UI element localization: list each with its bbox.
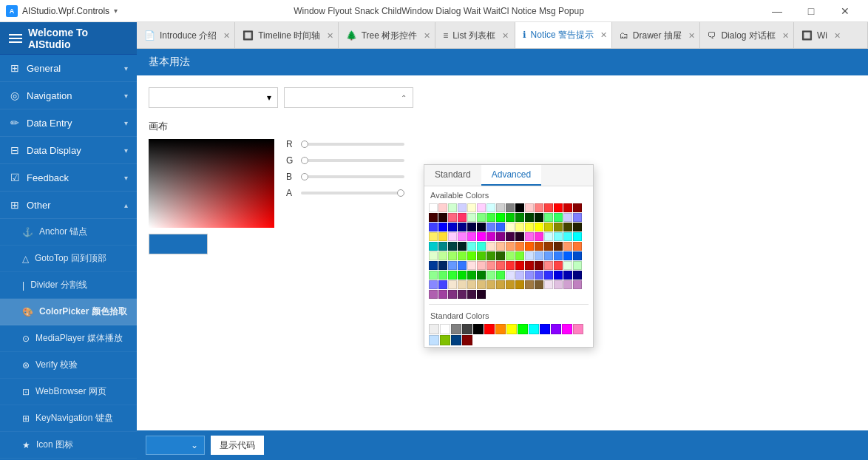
color-canvas[interactable] bbox=[149, 139, 274, 228]
tab-close-dialog[interactable]: ✕ bbox=[780, 30, 791, 41]
tab-close-list[interactable]: ✕ bbox=[500, 30, 511, 41]
standard-color-swatch[interactable] bbox=[462, 324, 472, 334]
color-swatch[interactable] bbox=[467, 280, 476, 289]
color-swatch[interactable] bbox=[535, 203, 543, 212]
color-swatch[interactable] bbox=[535, 223, 543, 231]
color-swatch[interactable] bbox=[496, 223, 505, 231]
color-swatch[interactable] bbox=[438, 232, 447, 241]
color-swatch[interactable] bbox=[554, 213, 563, 222]
color-swatch[interactable] bbox=[438, 280, 447, 289]
color-swatch[interactable] bbox=[506, 232, 515, 241]
tab-notice[interactable]: ℹ Notice 警告提示 ✕ bbox=[515, 22, 612, 49]
sidebar-item-feedback[interactable]: ☑ Feedback ▾ bbox=[0, 164, 137, 192]
color-swatch[interactable] bbox=[515, 223, 524, 231]
color-swatch[interactable] bbox=[563, 203, 572, 212]
standard-color-swatch[interactable] bbox=[562, 324, 572, 334]
color-swatch[interactable] bbox=[554, 251, 563, 260]
sidebar-subitem-icon[interactable]: ★ Icon 图标 bbox=[0, 432, 137, 459]
color-swatch[interactable] bbox=[438, 203, 447, 212]
sidebar-subitem-mediaplayer[interactable]: ⊙ MediaPlayer 媒体播放 bbox=[0, 325, 137, 352]
standard-color-swatch[interactable] bbox=[540, 324, 550, 334]
color-swatch[interactable] bbox=[544, 213, 553, 222]
color-swatch[interactable] bbox=[429, 213, 438, 222]
color-swatch[interactable] bbox=[525, 223, 534, 231]
color-swatch[interactable] bbox=[506, 242, 515, 251]
sidebar-item-data-entry[interactable]: ✏ Data Entry ▾ bbox=[0, 109, 137, 137]
tab-close-introduce[interactable]: ✕ bbox=[221, 30, 232, 41]
color-swatch[interactable] bbox=[458, 232, 467, 241]
color-swatch[interactable] bbox=[448, 203, 457, 212]
standard-color-swatch[interactable] bbox=[440, 324, 450, 334]
color-swatch[interactable] bbox=[563, 223, 572, 231]
sidebar-subitem-gototop[interactable]: △ GotoTop 回到顶部 bbox=[0, 246, 137, 272]
color-swatch[interactable] bbox=[467, 242, 476, 251]
tab-close-wi[interactable]: ✕ bbox=[832, 30, 843, 41]
color-swatch[interactable] bbox=[438, 261, 447, 270]
color-swatch[interactable] bbox=[544, 223, 553, 231]
channel-a-slider[interactable] bbox=[301, 192, 404, 195]
color-swatch[interactable] bbox=[486, 280, 495, 289]
color-swatch[interactable] bbox=[515, 280, 524, 289]
color-swatch[interactable] bbox=[429, 280, 438, 289]
color-swatch[interactable] bbox=[535, 242, 543, 251]
color-swatch[interactable] bbox=[573, 271, 582, 280]
color-swatch[interactable] bbox=[544, 271, 553, 280]
maximize-button[interactable]: □ bbox=[794, 0, 828, 22]
color-swatch[interactable] bbox=[573, 242, 582, 251]
color-swatch[interactable] bbox=[535, 213, 543, 222]
color-swatch[interactable] bbox=[477, 203, 486, 212]
color-swatch[interactable] bbox=[486, 203, 495, 212]
color-swatch[interactable] bbox=[448, 290, 457, 299]
color-swatch[interactable] bbox=[563, 242, 572, 251]
color-swatch[interactable] bbox=[515, 232, 524, 241]
color-swatch[interactable] bbox=[448, 223, 457, 231]
sidebar-item-general[interactable]: ⊞ General ▾ bbox=[0, 55, 137, 82]
color-swatch[interactable] bbox=[477, 242, 486, 251]
color-swatch[interactable] bbox=[467, 203, 476, 212]
color-swatch[interactable] bbox=[448, 271, 457, 280]
color-swatch[interactable] bbox=[573, 232, 582, 241]
standard-color-swatch[interactable] bbox=[573, 324, 583, 334]
color-swatch[interactable] bbox=[544, 261, 553, 270]
color-swatch[interactable] bbox=[496, 242, 505, 251]
standard-color-swatch[interactable] bbox=[429, 324, 439, 334]
sidebar-item-data-display[interactable]: ⊟ Data Display ▾ bbox=[0, 137, 137, 164]
color-dropdown[interactable]: ⌃ bbox=[284, 87, 413, 108]
color-swatch[interactable] bbox=[573, 223, 582, 231]
tab-advanced[interactable]: Advanced bbox=[481, 165, 541, 186]
color-swatch[interactable] bbox=[448, 232, 457, 241]
tab-close-timeline[interactable]: ✕ bbox=[325, 30, 336, 41]
color-swatch[interactable] bbox=[525, 251, 534, 260]
standard-color-swatch[interactable] bbox=[495, 324, 506, 334]
hamburger-menu[interactable] bbox=[9, 34, 22, 43]
color-swatch[interactable] bbox=[573, 261, 582, 270]
tab-drawer[interactable]: 🗂 Drawer 抽屉 ✕ bbox=[612, 22, 701, 49]
standard-color-swatch[interactable] bbox=[440, 335, 450, 345]
color-swatch[interactable] bbox=[467, 290, 476, 299]
color-swatch[interactable] bbox=[458, 290, 467, 299]
color-swatch[interactable] bbox=[429, 251, 438, 260]
tab-tree[interactable]: 🌲 Tree 树形控件 ✕ bbox=[339, 22, 435, 49]
color-swatch[interactable] bbox=[458, 280, 467, 289]
color-swatch[interactable] bbox=[563, 213, 572, 222]
color-swatch[interactable] bbox=[506, 261, 515, 270]
color-swatch[interactable] bbox=[438, 223, 447, 231]
color-swatch[interactable] bbox=[438, 251, 447, 260]
color-swatch[interactable] bbox=[496, 251, 505, 260]
color-swatch[interactable] bbox=[477, 251, 486, 260]
bottom-dropdown[interactable]: ⌄ bbox=[146, 436, 205, 455]
standard-color-swatch[interactable] bbox=[451, 324, 461, 334]
color-swatch[interactable] bbox=[525, 271, 534, 280]
color-swatch[interactable] bbox=[496, 261, 505, 270]
color-swatch[interactable] bbox=[477, 232, 486, 241]
color-swatch[interactable] bbox=[525, 232, 534, 241]
color-swatch[interactable] bbox=[535, 251, 543, 260]
color-swatch[interactable] bbox=[429, 290, 438, 299]
color-swatch[interactable] bbox=[515, 213, 524, 222]
tab-close-notice[interactable]: ✕ bbox=[598, 30, 609, 41]
color-swatch[interactable] bbox=[573, 280, 582, 289]
tab-timeline[interactable]: 🔲 Timeline 时间轴 ✕ bbox=[235, 22, 339, 49]
color-swatch[interactable] bbox=[429, 271, 438, 280]
color-swatch[interactable] bbox=[544, 232, 553, 241]
color-swatch[interactable] bbox=[458, 242, 467, 251]
